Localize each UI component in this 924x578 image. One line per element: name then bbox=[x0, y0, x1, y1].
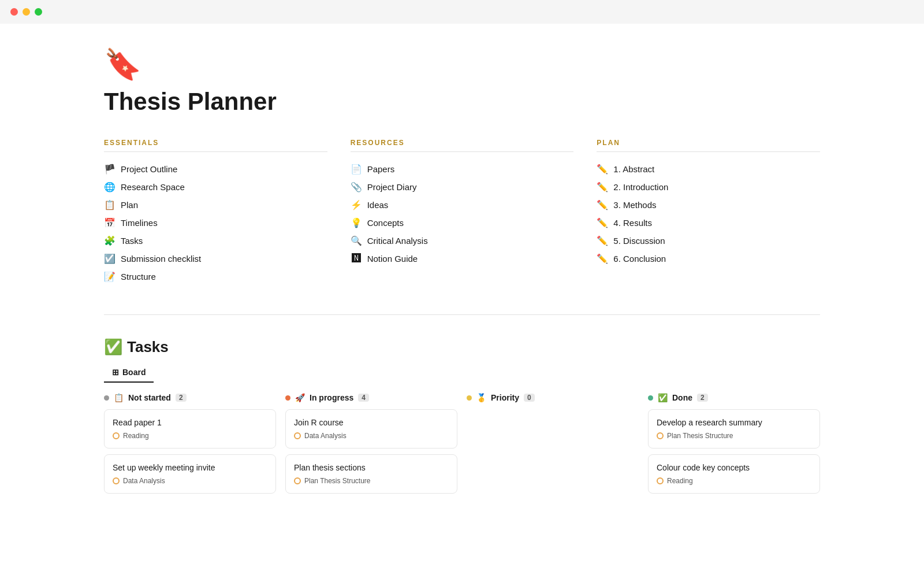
nav-notion-guide[interactable]: 🅽Notion Guide bbox=[351, 250, 574, 267]
nav-ideas[interactable]: ⚡Ideas bbox=[351, 196, 574, 214]
page-icon: 🔖 bbox=[104, 47, 820, 82]
nav-structure[interactable]: 📝Structure bbox=[104, 268, 327, 286]
done-count: 2 bbox=[697, 394, 708, 402]
card-join-r-course-tag: Data Analysis bbox=[294, 432, 449, 440]
resources-list: 📄Papers 📎Project Diary ⚡Ideas 💡Concepts … bbox=[351, 160, 574, 267]
notion-icon: 🅽 bbox=[351, 253, 362, 264]
list-icon: 📋 bbox=[104, 199, 116, 210]
not-started-label: Not started bbox=[128, 393, 171, 402]
bulb-icon: 💡 bbox=[351, 217, 362, 228]
nav-introduction[interactable]: ✏️2. Introduction bbox=[597, 178, 820, 196]
in-progress-icon: 🚀 bbox=[295, 393, 305, 402]
page-content: 🔖 Thesis Planner ESSENTIALS 🏴Project Out… bbox=[58, 24, 866, 534]
nav-conclusion[interactable]: ✏️6. Conclusion bbox=[597, 250, 820, 268]
card-weekly-meeting-tag: Data Analysis bbox=[113, 477, 267, 485]
edit-icon-3: ✏️ bbox=[597, 199, 608, 210]
tasks-icon: ✅ bbox=[104, 338, 122, 356]
board-tab[interactable]: ⊞ Board bbox=[104, 364, 154, 383]
card-join-r-course[interactable]: Join R course Data Analysis bbox=[285, 409, 457, 449]
in-progress-count: 4 bbox=[358, 394, 369, 402]
section-divider bbox=[104, 314, 820, 315]
nav-methods[interactable]: ✏️3. Methods bbox=[597, 196, 820, 214]
not-started-count: 2 bbox=[176, 394, 187, 402]
col-header-priority: 🥇 Priority 0 bbox=[467, 393, 639, 402]
column-priority: 🥇 Priority 0 bbox=[467, 393, 639, 499]
card-research-summary[interactable]: Develop a research summary Plan Thesis S… bbox=[648, 409, 820, 449]
titlebar bbox=[0, 0, 924, 24]
edit-icon-2: ✏️ bbox=[597, 181, 608, 192]
edit-icon-6: ✏️ bbox=[597, 253, 608, 264]
nav-timelines[interactable]: 📅Timelines bbox=[104, 214, 327, 232]
paperclip-icon: 📎 bbox=[351, 181, 362, 192]
tag-circle-icon bbox=[113, 432, 120, 439]
card-weekly-meeting-title: Set up weekly meeting invite bbox=[113, 463, 267, 472]
priority-icon: 🥇 bbox=[476, 393, 486, 402]
card-join-r-course-title: Join R course bbox=[294, 418, 449, 427]
card-research-summary-title: Develop a research summary bbox=[657, 418, 811, 427]
tag-circle-icon-3 bbox=[294, 432, 301, 439]
section-essentials: ESSENTIALS 🏴Project Outline 🌐Research Sp… bbox=[104, 139, 327, 286]
card-plan-thesis-sections-title: Plan thesis sections bbox=[294, 463, 449, 472]
tag-circle-icon-6 bbox=[657, 477, 664, 484]
nav-project-diary[interactable]: 📎Project Diary bbox=[351, 178, 574, 196]
nav-research-space[interactable]: 🌐Research Space bbox=[104, 178, 327, 196]
pencil-icon: 📝 bbox=[104, 271, 116, 282]
card-weekly-meeting[interactable]: Set up weekly meeting invite Data Analys… bbox=[104, 454, 276, 494]
essentials-list: 🏴Project Outline 🌐Research Space 📋Plan 📅… bbox=[104, 160, 327, 286]
edit-icon-4: ✏️ bbox=[597, 217, 608, 228]
card-colour-code[interactable]: Colour code key concepts Reading bbox=[648, 454, 820, 494]
essentials-header: ESSENTIALS bbox=[104, 139, 327, 152]
tag-circle-icon-5 bbox=[657, 432, 664, 439]
priority-label: Priority bbox=[491, 393, 519, 402]
lightning-icon: ⚡ bbox=[351, 199, 362, 210]
col-header-done: ✅ Done 2 bbox=[648, 393, 820, 402]
card-plan-thesis-sections[interactable]: Plan thesis sections Plan Thesis Structu… bbox=[285, 454, 457, 494]
column-in-progress: 🚀 In progress 4 Join R course Data Analy… bbox=[285, 393, 457, 499]
nav-concepts[interactable]: 💡Concepts bbox=[351, 214, 574, 232]
card-read-paper[interactable]: Read paper 1 Reading bbox=[104, 409, 276, 449]
column-done: ✅ Done 2 Develop a research summary Plan… bbox=[648, 393, 820, 499]
done-icon: ✅ bbox=[658, 393, 668, 402]
resources-header: RESOURCES bbox=[351, 139, 574, 152]
magnify-icon: 🔍 bbox=[351, 235, 362, 246]
nav-abstract[interactable]: ✏️1. Abstract bbox=[597, 160, 820, 178]
nav-critical-analysis[interactable]: 🔍Critical Analysis bbox=[351, 232, 574, 250]
nav-results[interactable]: ✏️4. Results bbox=[597, 214, 820, 232]
col-header-not-started: 📋 Not started 2 bbox=[104, 393, 276, 402]
card-read-paper-tag: Reading bbox=[113, 432, 267, 440]
tag-circle-icon-4 bbox=[294, 477, 301, 484]
done-label: Done bbox=[672, 393, 692, 402]
card-colour-code-title: Colour code key concepts bbox=[657, 463, 811, 472]
nav-papers[interactable]: 📄Papers bbox=[351, 160, 574, 178]
edit-icon-5: ✏️ bbox=[597, 235, 608, 246]
nav-submission-checklist[interactable]: ☑️Submission checklist bbox=[104, 250, 327, 268]
section-plan: PLAN ✏️1. Abstract ✏️2. Introduction ✏️3… bbox=[597, 139, 820, 286]
edit-icon-1: ✏️ bbox=[597, 164, 608, 175]
card-research-summary-tag: Plan Thesis Structure bbox=[657, 432, 811, 440]
nav-discussion[interactable]: ✏️5. Discussion bbox=[597, 232, 820, 250]
nav-plan[interactable]: 📋Plan bbox=[104, 196, 327, 214]
plan-header: PLAN bbox=[597, 139, 820, 152]
maximize-button[interactable] bbox=[35, 8, 42, 16]
close-button[interactable] bbox=[10, 8, 18, 16]
minimize-button[interactable] bbox=[23, 8, 30, 16]
card-plan-thesis-sections-tag: Plan Thesis Structure bbox=[294, 477, 449, 485]
tasks-title: ✅ Tasks bbox=[104, 338, 820, 356]
card-colour-code-tag: Reading bbox=[657, 477, 811, 485]
column-not-started: 📋 Not started 2 Read paper 1 Reading Set… bbox=[104, 393, 276, 499]
board-tab-icon: ⊞ bbox=[112, 368, 119, 377]
priority-count: 0 bbox=[524, 394, 535, 402]
not-started-dot bbox=[104, 395, 109, 401]
sections-grid: ESSENTIALS 🏴Project Outline 🌐Research Sp… bbox=[104, 139, 820, 286]
puzzle-icon: 🧩 bbox=[104, 235, 116, 246]
col-header-in-progress: 🚀 In progress 4 bbox=[285, 393, 457, 402]
page-title: Thesis Planner bbox=[104, 88, 820, 116]
nav-project-outline[interactable]: 🏴Project Outline bbox=[104, 160, 327, 178]
tag-circle-icon-2 bbox=[113, 477, 120, 484]
in-progress-label: In progress bbox=[310, 393, 353, 402]
task-board: 📋 Not started 2 Read paper 1 Reading Set… bbox=[104, 393, 820, 499]
section-resources: RESOURCES 📄Papers 📎Project Diary ⚡Ideas … bbox=[351, 139, 574, 286]
priority-dot bbox=[467, 395, 472, 401]
nav-tasks[interactable]: 🧩Tasks bbox=[104, 232, 327, 250]
tasks-section: ✅ Tasks ⊞ Board 📋 Not started 2 Read pap… bbox=[104, 338, 820, 499]
